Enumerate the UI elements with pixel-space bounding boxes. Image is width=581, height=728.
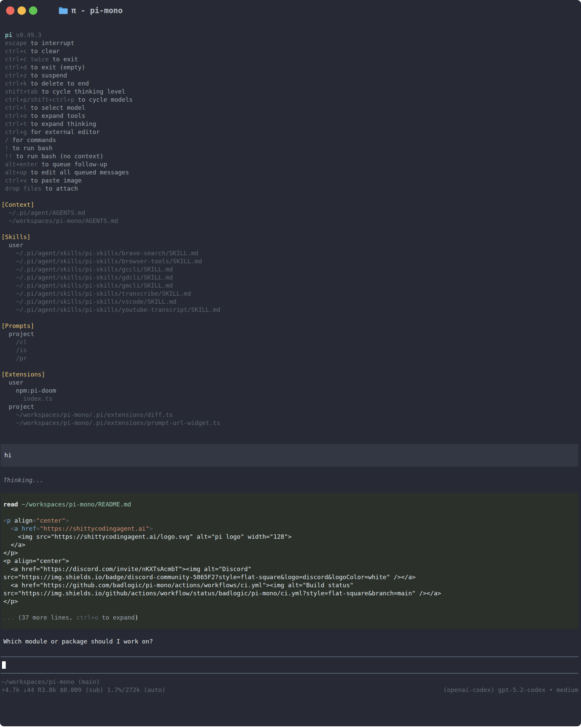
status-bar: ~/workspaces/pi-mono (main) ↑4.7k ↓44 R3… xyxy=(1,678,578,694)
prompt-input[interactable] xyxy=(1,657,578,673)
assistant-question: Which module or package should I work on… xyxy=(3,638,581,646)
close-window-button[interactable] xyxy=(6,6,15,15)
session-help-and-config: pi v0.49.3 escape to interrupt ctrl+c to… xyxy=(0,21,581,427)
user-message-text: hi xyxy=(4,451,578,459)
model-info: (openai-codex) gpt-5.2-codex • medium xyxy=(443,686,578,694)
titlebar: π - pi-mono xyxy=(0,0,581,21)
token-stats: ↑4.7k ↓44 R3.8k $0.009 (sub) 1.7%/272k (… xyxy=(1,686,166,694)
thinking-indicator: Thinking... xyxy=(3,476,581,484)
cwd-branch: ~/workspaces/pi-mono (main) xyxy=(1,678,578,686)
user-message-box: hi xyxy=(1,444,578,467)
window-title: π - pi-mono xyxy=(71,6,123,15)
folder-icon xyxy=(58,7,68,15)
tool-call-read-block: read ~/workspaces/pi-mono/README.md <p a… xyxy=(1,493,578,629)
zoom-window-button[interactable] xyxy=(29,6,37,15)
terminal-window: π - pi-mono pi v0.49.3 escape to interru… xyxy=(0,0,581,726)
minimize-window-button[interactable] xyxy=(18,6,26,15)
text-cursor xyxy=(2,661,6,669)
